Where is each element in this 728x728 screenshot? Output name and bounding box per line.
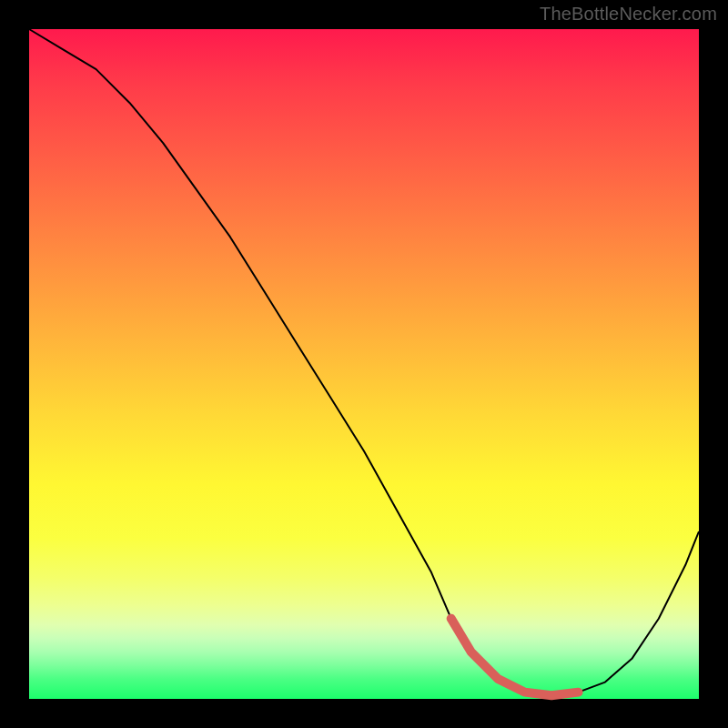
chart-plot-area (29, 29, 699, 699)
bottleneck-curve (29, 29, 699, 695)
highlight-segment (451, 619, 579, 696)
chart-svg (29, 29, 699, 699)
watermark-text: TheBottleNecker.com (540, 4, 717, 25)
